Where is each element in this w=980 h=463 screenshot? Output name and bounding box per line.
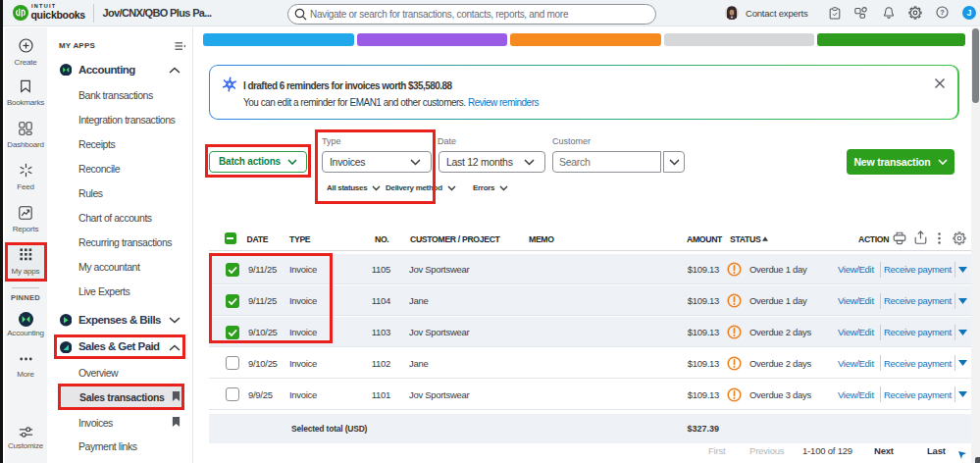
svg-text:?: ? [940, 8, 945, 17]
